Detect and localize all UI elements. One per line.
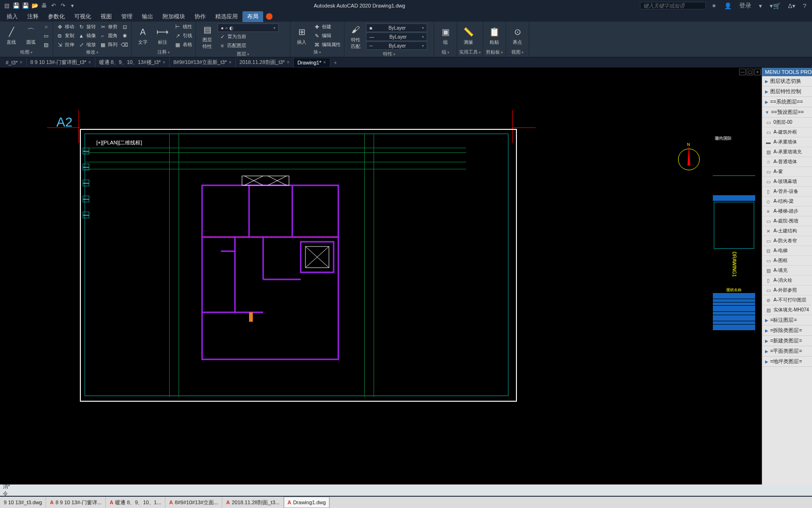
mod-extra2[interactable]: ✺ <box>120 32 129 40</box>
palette-layer-item[interactable]: ✕A-土建结构 <box>762 226 812 236</box>
panel-group-label[interactable]: 组 <box>436 49 455 56</box>
close-icon[interactable]: × <box>287 60 289 65</box>
arc-button[interactable]: ⌒圆弧 <box>22 25 40 47</box>
edit-attr-button[interactable]: ⌘编辑属性 <box>312 40 342 49</box>
panel-modify-label[interactable]: 修改 <box>55 49 129 56</box>
infocenter-icon[interactable]: ✶ <box>710 2 718 9</box>
dim-button[interactable]: ⟼标注 <box>153 25 172 47</box>
close-icon[interactable]: × <box>323 60 326 65</box>
rect-button[interactable]: ▭ <box>41 32 51 40</box>
new-tab-button[interactable]: + <box>330 60 341 65</box>
trim-button[interactable]: ✂修剪 <box>98 23 119 31</box>
palette-group[interactable]: ==系统图层== <box>762 97 812 107</box>
palette-layer-item[interactable]: ▭A-窗 <box>762 167 812 177</box>
help-icon[interactable]: ? <box>801 2 808 9</box>
palette-subgroup[interactable]: =新建类图层= <box>762 336 812 346</box>
close-icon[interactable]: × <box>229 60 232 65</box>
base-button[interactable]: ⊙基点 <box>508 25 527 47</box>
panel-clip-label[interactable]: 剪贴板 <box>485 49 504 56</box>
palette-layer-item[interactable]: ▯A-消火栓 <box>762 276 812 286</box>
tab-view[interactable]: 视图 <box>96 11 117 22</box>
palette-subgroup[interactable]: =地坪类图层= <box>762 357 812 367</box>
palette-layer-item[interactable]: ◇A-结构-梁 <box>762 197 812 206</box>
palette-subgroup[interactable]: =标注图层= <box>762 315 812 325</box>
file-tab[interactable]: 8#9#10#13#立面新_t3*× <box>170 57 236 67</box>
tab-collab[interactable]: 协作 <box>190 11 211 22</box>
close-icon[interactable]: × <box>88 60 91 65</box>
group-button[interactable]: ▣组 <box>436 25 455 47</box>
taskbar-item[interactable]: A暖通 8、9、10、1... <box>106 497 165 508</box>
close-viewport-icon[interactable]: × <box>754 69 761 75</box>
taskbar-item[interactable]: A8 9 10 13#-门窗详... <box>46 497 106 508</box>
fillet-button[interactable]: ⌐圆角 <box>98 32 119 40</box>
command-line[interactable]: 消* 令 <box>0 484 812 496</box>
app-menu-icon[interactable]: ▤ <box>3 2 10 9</box>
palette-layer-item[interactable]: ⊘A-不可打印图层 <box>762 295 812 305</box>
palette-layer-item[interactable]: ▯A-管井-设备 <box>762 187 812 197</box>
tab-manage[interactable]: 管理 <box>117 11 137 22</box>
panel-annot-label[interactable]: 注释 <box>133 49 194 56</box>
array-button[interactable]: ▦阵列 <box>98 40 119 49</box>
close-icon[interactable]: × <box>163 60 165 65</box>
palette-layer-item[interactable]: ⊟A-电梯 <box>762 246 812 256</box>
move-button[interactable]: ✥移动 <box>55 23 76 31</box>
file-tab[interactable]: #_t3*× <box>2 58 27 67</box>
palette-layer-item[interactable]: ▭A-防火卷帘 <box>762 236 812 246</box>
layer-dropdown[interactable]: ● ○ ◐ <box>218 24 279 32</box>
text-button[interactable]: A文字 <box>133 25 152 47</box>
redo-icon[interactable]: ↷ <box>59 2 67 9</box>
file-tab[interactable]: 8 9 10 13#-门窗详图_t3*× <box>27 57 95 67</box>
panel-viewbase-label[interactable]: 视图 <box>508 49 527 56</box>
scale-button[interactable]: ⤢缩放 <box>77 40 97 49</box>
tab-insert[interactable]: 插入 <box>2 11 23 22</box>
panel-utils-label[interactable]: 实用工具 <box>459 49 481 56</box>
palette-layer-item[interactable]: ▭A-建筑外框 <box>762 127 812 137</box>
taskbar-item[interactable]: A8#9#10#13#立面... <box>165 497 222 508</box>
tab-featured[interactable]: 精选应用 <box>211 11 242 22</box>
tab-parametric[interactable]: 参数化 <box>43 11 70 22</box>
palette-group-open[interactable]: ==预设图层== <box>762 107 812 118</box>
maximize-icon[interactable]: ▢ <box>747 69 753 75</box>
copy-button[interactable]: ⧉复制 <box>55 32 76 40</box>
taskbar-item-active[interactable]: ADrawing1.dwg <box>284 497 330 508</box>
palette-layer-item[interactable]: ▬A-承重墙体 <box>762 137 812 147</box>
palette-layer-item[interactable]: ▭A-图框 <box>762 256 812 266</box>
palette-layer-item[interactable]: ▨A-承重墙填充 <box>762 147 812 157</box>
table-button[interactable]: ▦表格 <box>173 40 194 49</box>
panel-block-label[interactable]: 块 <box>292 49 342 56</box>
palette-subgroup[interactable]: =拆除类图层= <box>762 325 812 336</box>
palette-subgroup[interactable]: =平面类图层= <box>762 346 812 357</box>
line-button[interactable]: ╱直线 <box>2 25 21 47</box>
login-dropdown-icon[interactable]: ▾ <box>757 2 764 9</box>
file-tab-active[interactable]: Drawing1*× <box>294 58 330 67</box>
qat-dropdown-icon[interactable]: ▾ <box>69 2 76 9</box>
minimize-icon[interactable]: — <box>739 69 746 75</box>
paste-button[interactable]: 📋粘贴 <box>485 25 504 47</box>
palette-layer-item[interactable]: ▨A-填充 <box>762 266 812 276</box>
help-search-input[interactable] <box>640 2 706 9</box>
panel-draw-label[interactable]: 绘图 <box>2 49 51 56</box>
linear-button[interactable]: ⊢文字线性 <box>173 23 194 31</box>
user-icon[interactable]: 👤 <box>722 2 734 9</box>
palette-layer-item[interactable]: ▭0图层-00 <box>762 118 812 127</box>
create-block-button[interactable]: ✚创建 <box>312 23 342 31</box>
layerprops-button[interactable]: ▤图层 特性 <box>198 23 217 51</box>
setcurrent-button[interactable]: ✓置为当前 <box>218 32 288 41</box>
measure-button[interactable]: 📏测量 <box>459 25 478 47</box>
palette-group[interactable]: 图层状态切换 <box>762 76 812 87</box>
print-icon[interactable]: 🖶 <box>40 2 48 9</box>
hatch-button[interactable]: ▨ <box>41 40 51 49</box>
app-x-icon[interactable]: ᐃ▾ <box>786 2 797 9</box>
panel-layers-label[interactable]: 图层 <box>198 51 288 58</box>
matchprops-button[interactable]: 🖌特性 匹配 <box>346 23 365 51</box>
mod-extra3[interactable]: ⌫ <box>120 40 129 49</box>
stretch-button[interactable]: ⇲拉伸 <box>55 40 76 49</box>
close-icon[interactable]: × <box>20 60 23 65</box>
mod-extra1[interactable]: ⊡ <box>120 23 129 31</box>
palette-layer-item[interactable]: ≡A-楼梯-踏步 <box>762 206 812 216</box>
leader-button[interactable]: ↗引线 <box>173 32 194 40</box>
tab-layout[interactable]: 布局 <box>242 11 263 22</box>
tab-annotate[interactable]: 注释 <box>23 11 43 22</box>
tab-output[interactable]: 输出 <box>137 11 158 22</box>
palette-layer-item[interactable]: ▭A-玻璃幕墙 <box>762 177 812 187</box>
